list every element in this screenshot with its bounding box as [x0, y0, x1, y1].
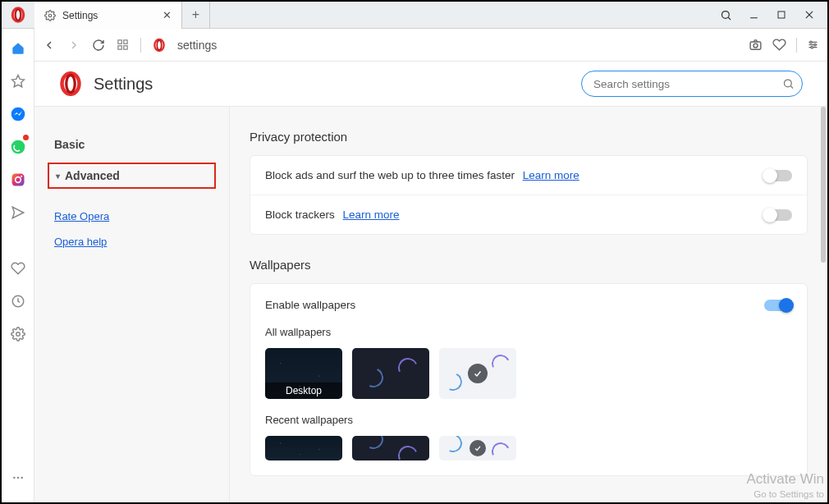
heart-icon[interactable] — [2, 252, 34, 285]
svg-point-32 — [810, 41, 813, 44]
svg-point-17 — [16, 332, 20, 337]
opera-logo-icon — [59, 71, 82, 96]
window-controls — [708, 2, 827, 28]
messenger-icon[interactable] — [2, 98, 34, 131]
settings-page: Settings Basic ▾ Advanced Rate Opera Ope… — [34, 62, 827, 502]
svg-rect-24 — [124, 46, 127, 49]
snapshot-icon[interactable] — [749, 38, 763, 52]
svg-point-3 — [721, 11, 729, 18]
wallpaper-thumb-dark[interactable] — [352, 348, 429, 399]
svg-point-37 — [785, 80, 792, 87]
back-icon[interactable] — [43, 39, 56, 52]
learn-more-link[interactable]: Learn more — [343, 208, 400, 221]
search-icon[interactable] — [719, 8, 732, 21]
titlebar-spacer — [210, 2, 708, 28]
svg-point-18 — [13, 477, 15, 479]
favorite-icon[interactable] — [772, 38, 786, 52]
opera-logo-icon[interactable] — [2, 2, 34, 28]
new-tab-button[interactable]: + — [182, 2, 210, 28]
sidebar-link-help[interactable]: Opera help — [48, 229, 216, 254]
close-icon[interactable]: ✕ — [163, 9, 172, 21]
caret-down-icon: ▾ — [56, 172, 60, 181]
site-opera-icon — [153, 38, 166, 53]
svg-point-14 — [21, 176, 22, 177]
thumb-label: Desktop — [265, 383, 342, 399]
recent-wallpapers-label: Recent wallpapers — [265, 414, 792, 426]
close-window-icon[interactable] — [803, 8, 816, 21]
wallpaper-thumb-recent-1[interactable] — [265, 436, 342, 460]
svg-point-34 — [811, 46, 813, 48]
vertical-sidebar — [2, 29, 34, 502]
svg-point-26 — [157, 40, 161, 49]
wallpaper-thumb-recent-3[interactable] — [439, 436, 516, 460]
svg-marker-15 — [12, 207, 24, 218]
svg-rect-23 — [118, 46, 121, 49]
page-title: Settings — [94, 75, 153, 94]
history-icon[interactable] — [2, 285, 34, 318]
toggle-enable-wallpapers[interactable] — [764, 300, 792, 311]
toggle-block-trackers[interactable] — [764, 209, 792, 221]
all-wallpapers-label: All wallpapers — [265, 326, 792, 338]
sidebar-item-advanced[interactable]: ▾ Advanced — [48, 163, 216, 189]
extensions-icon[interactable] — [117, 39, 129, 51]
svg-point-20 — [21, 477, 22, 479]
settings-content[interactable]: Privacy protection Block ads and surf th… — [230, 107, 827, 502]
all-wallpapers-row: Desktop — [265, 348, 792, 399]
learn-more-link[interactable]: Learn more — [523, 169, 579, 181]
check-icon — [468, 364, 488, 383]
svg-line-38 — [790, 86, 793, 89]
bookmarks-icon[interactable] — [2, 65, 34, 98]
wallpaper-thumb-desktop[interactable]: Desktop — [265, 348, 342, 399]
whatsapp-icon[interactable] — [2, 131, 34, 163]
svg-marker-9 — [11, 76, 24, 87]
row-text: Block trackers Learn more — [265, 208, 400, 221]
forward-icon[interactable] — [67, 39, 80, 52]
recent-wallpapers-row — [265, 436, 792, 460]
easy-setup-icon[interactable] — [807, 39, 819, 51]
sidebar-item-basic[interactable]: Basic — [48, 130, 216, 159]
section-title-privacy: Privacy protection — [250, 130, 808, 144]
svg-rect-6 — [778, 11, 785, 18]
wallpaper-thumb-recent-2[interactable] — [352, 436, 429, 460]
search-icon[interactable] — [782, 78, 795, 90]
send-icon[interactable] — [2, 196, 34, 229]
privacy-card: Block ads and surf the web up to three t… — [250, 155, 808, 235]
speed-dial-icon[interactable] — [2, 32, 34, 65]
gear-icon — [44, 10, 56, 21]
sidebar-item-label: Advanced — [65, 169, 120, 182]
svg-point-36 — [66, 76, 76, 93]
svg-rect-21 — [118, 40, 121, 44]
svg-rect-12 — [11, 174, 24, 186]
enable-wallpapers-label: Enable wallpapers — [265, 299, 355, 311]
titlebar: Settings ✕ + — [2, 2, 827, 29]
svg-point-28 — [753, 44, 758, 48]
svg-rect-22 — [124, 40, 127, 44]
toggle-block-ads[interactable] — [764, 170, 792, 181]
section-title-wallpapers: Wallpapers — [250, 258, 808, 272]
svg-point-1 — [16, 9, 21, 21]
instagram-icon[interactable] — [2, 163, 34, 196]
svg-point-2 — [48, 14, 52, 17]
settings-gear-icon[interactable] — [2, 318, 34, 351]
reload-icon[interactable] — [92, 39, 105, 52]
svg-line-4 — [728, 17, 731, 20]
wallpaper-thumb-light-selected[interactable] — [439, 348, 516, 399]
sidebar-link-rate[interactable]: Rate Opera — [48, 204, 216, 229]
svg-point-33 — [814, 44, 817, 46]
row-text: Block ads and surf the web up to three t… — [265, 169, 579, 181]
row-label: Block trackers — [265, 208, 335, 221]
privacy-row-block-ads: Block ads and surf the web up to three t… — [250, 156, 807, 195]
more-icon[interactable] — [2, 461, 34, 494]
minimize-icon[interactable] — [747, 8, 760, 21]
check-icon — [469, 440, 486, 456]
maximize-icon[interactable] — [775, 8, 788, 21]
tab-settings[interactable]: Settings ✕ — [34, 2, 182, 29]
svg-point-19 — [16, 477, 18, 479]
search-input[interactable] — [581, 71, 803, 97]
page-header: Settings — [34, 62, 827, 107]
svg-rect-27 — [750, 42, 761, 49]
url-text[interactable]: settings — [177, 39, 217, 52]
row-label: Block ads and surf the web up to three t… — [265, 169, 515, 181]
tab-title: Settings — [62, 10, 156, 21]
scrollbar[interactable] — [821, 107, 826, 263]
